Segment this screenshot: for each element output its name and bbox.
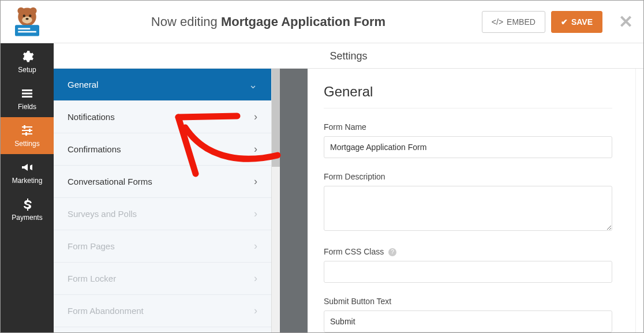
sidebar-scrollbar[interactable] xyxy=(271,69,280,332)
top-actions: </> EMBED ✔ SAVE ✕ xyxy=(482,11,633,33)
svg-point-5 xyxy=(29,14,31,17)
code-icon: </> xyxy=(492,17,503,27)
list-icon xyxy=(20,87,34,100)
chevron-right-icon: › xyxy=(254,175,257,188)
svg-rect-16 xyxy=(24,125,25,129)
chevron-right-icon: › xyxy=(254,111,257,123)
help-icon[interactable]: ? xyxy=(388,248,396,256)
svg-rect-14 xyxy=(22,130,32,131)
menu-label: Notifications xyxy=(68,112,115,122)
field-submit-text: Submit Button Text xyxy=(324,297,612,332)
field-form-name: Form Name xyxy=(324,122,612,158)
menu-label: Form Abandonment xyxy=(68,306,144,316)
rail-fields-label: Fields xyxy=(18,103,36,111)
menu-label: Form Locker xyxy=(68,274,116,283)
rail-settings-label: Settings xyxy=(14,140,39,148)
form-css-input[interactable] xyxy=(324,261,612,283)
chevron-right-icon: › xyxy=(254,208,257,220)
settings-sidebar-wrap: General ⌄ Notifications › Confirmations … xyxy=(54,69,280,332)
settings-menu-form-pages[interactable]: Form Pages › xyxy=(54,230,271,263)
form-name-input[interactable] xyxy=(324,136,612,158)
svg-rect-11 xyxy=(22,93,32,95)
settings-panel: General Form Name Form Description Form … xyxy=(308,69,635,332)
rail-fields[interactable]: Fields xyxy=(1,80,54,117)
top-bar: Now editing Mortgage Application Form </… xyxy=(1,1,643,43)
embed-button[interactable]: </> EMBED xyxy=(482,11,545,33)
field-form-desc: Form Description xyxy=(324,172,612,233)
submit-text-label: Submit Button Text xyxy=(324,297,612,306)
embed-label: EMBED xyxy=(507,17,536,27)
save-label: SAVE xyxy=(571,17,593,27)
menu-label: General xyxy=(68,80,98,89)
svg-rect-18 xyxy=(25,132,27,136)
svg-point-2 xyxy=(29,7,36,14)
form-desc-input[interactable] xyxy=(324,186,612,231)
submit-text-input[interactable] xyxy=(324,310,612,332)
rail-marketing[interactable]: Marketing xyxy=(1,154,54,191)
menu-label: Conversational Forms xyxy=(68,177,152,186)
sliders-icon xyxy=(20,124,34,137)
save-button[interactable]: ✔ SAVE xyxy=(551,11,602,33)
settings-menu-surveys[interactable]: Surveys and Polls › xyxy=(54,198,271,230)
settings-block: Settings General ⌄ Notifications › Confi… xyxy=(54,43,643,332)
main: Setup Fields Settings Marketing Payments… xyxy=(1,43,643,332)
bullhorn-icon xyxy=(20,160,34,174)
now-editing-label: Now editing xyxy=(151,14,218,29)
rail-marketing-label: Marketing xyxy=(12,177,43,185)
check-icon: ✔ xyxy=(561,17,568,27)
rail-payments[interactable]: Payments xyxy=(1,191,54,228)
form-title: Mortgage Application Form xyxy=(221,14,385,29)
svg-point-6 xyxy=(25,18,28,20)
svg-rect-12 xyxy=(22,96,32,98)
settings-menu-confirmations[interactable]: Confirmations › xyxy=(54,133,271,166)
menu-label: Form Pages xyxy=(68,241,115,251)
settings-menu-general[interactable]: General ⌄ xyxy=(54,69,271,101)
app-logo xyxy=(11,6,43,38)
rail-settings[interactable]: Settings xyxy=(1,117,54,154)
menu-label: Confirmations xyxy=(68,144,121,154)
chevron-right-icon: › xyxy=(254,305,257,317)
svg-rect-17 xyxy=(29,129,31,132)
window-scrollbar[interactable] xyxy=(635,69,643,332)
settings-menu-conversational[interactable]: Conversational Forms › xyxy=(54,166,271,198)
panel-gap xyxy=(280,69,308,332)
rail-setup-label: Setup xyxy=(18,66,36,74)
panel-heading: General xyxy=(324,84,612,108)
page-title: Now editing Mortgage Application Form xyxy=(55,14,482,29)
svg-point-4 xyxy=(23,14,25,17)
chevron-right-icon: › xyxy=(254,143,257,155)
settings-header: Settings xyxy=(54,43,643,69)
field-form-css: Form CSS Class ? xyxy=(324,247,612,283)
dollar-icon xyxy=(20,197,34,211)
close-button[interactable]: ✕ xyxy=(619,12,633,32)
settings-sidebar: General ⌄ Notifications › Confirmations … xyxy=(54,69,271,332)
settings-menu-form-abandonment[interactable]: Form Abandonment › xyxy=(54,295,271,327)
svg-rect-7 xyxy=(15,25,39,36)
form-css-label-text: Form CSS Class xyxy=(324,247,384,256)
gear-icon xyxy=(20,50,34,63)
svg-point-1 xyxy=(17,7,24,14)
settings-menu-notifications[interactable]: Notifications › xyxy=(54,101,271,133)
scrollbar-thumb[interactable] xyxy=(272,69,280,167)
form-name-label: Form Name xyxy=(324,122,612,132)
chevron-down-icon: ⌄ xyxy=(249,78,257,91)
settings-menu-form-locker[interactable]: Form Locker › xyxy=(54,263,271,295)
svg-rect-9 xyxy=(18,31,36,32)
form-css-label: Form CSS Class ? xyxy=(324,247,612,256)
svg-rect-10 xyxy=(22,89,32,91)
form-desc-label: Form Description xyxy=(324,172,612,181)
chevron-right-icon: › xyxy=(254,272,257,285)
chevron-right-icon: › xyxy=(254,240,257,252)
nav-rail: Setup Fields Settings Marketing Payments xyxy=(1,43,54,332)
settings-body: General ⌄ Notifications › Confirmations … xyxy=(54,69,643,332)
svg-rect-13 xyxy=(22,126,32,128)
rail-setup[interactable]: Setup xyxy=(1,43,54,80)
rail-payments-label: Payments xyxy=(12,214,42,222)
svg-rect-8 xyxy=(18,28,30,29)
menu-label: Surveys and Polls xyxy=(68,209,137,219)
